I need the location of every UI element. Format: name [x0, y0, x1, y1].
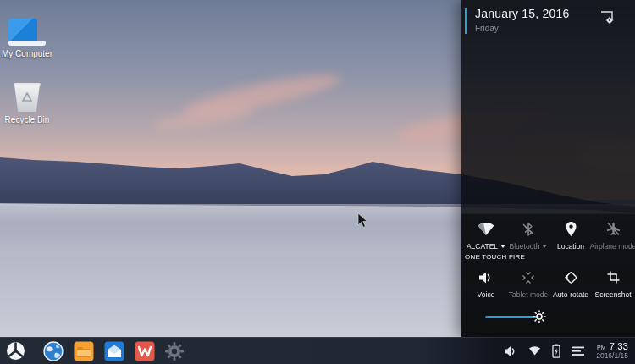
desktop-icon-my-computer[interactable]: My Computer — [0, 8, 54, 58]
taskbar-app-file-manager[interactable] — [74, 341, 94, 361]
brightness-track — [485, 316, 538, 318]
system-tray: PM 7:33 2016/1/15 — [504, 338, 635, 364]
speaker-icon — [465, 268, 507, 286]
tile-label: ALCATEL — [467, 242, 498, 251]
tile-voice[interactable]: Voice — [465, 268, 507, 299]
desktop-icon-label: My Computer — [2, 49, 52, 58]
tile-auto-rotate[interactable]: Auto-rotate — [549, 268, 592, 299]
tile-screenshot[interactable]: Screenshot — [592, 268, 634, 299]
mail-icon — [104, 341, 124, 361]
wifi-icon[interactable] — [528, 346, 541, 356]
taskbar-app-browser[interactable] — [43, 341, 64, 361]
display-settings-icon[interactable] — [599, 10, 615, 27]
mouse-cursor — [357, 212, 368, 229]
auto-rotate-icon — [549, 268, 592, 286]
panel-date: January 15, 2016 — [475, 7, 569, 20]
desktop-screen: My Computer Recycle Bin January 15, 2016… — [0, 0, 635, 364]
brightness-thumb-sun-icon[interactable] — [533, 310, 546, 327]
brightness-slider[interactable] — [485, 310, 561, 323]
recycle-symbol-icon — [20, 92, 34, 104]
airplane-off-icon — [592, 220, 634, 238]
wifi-icon — [465, 220, 507, 238]
menu-lines-icon[interactable] — [572, 346, 585, 356]
taskbar: PM 7:33 2016/1/15 — [0, 337, 635, 364]
location-pin-icon — [549, 220, 592, 238]
wps-w-icon — [135, 341, 155, 361]
globe-icon — [43, 341, 64, 361]
quick-settings-panel: ALCATEL ONE TOUCH FIRE Bluetooth — [461, 213, 635, 337]
panel-weekday: Friday — [475, 24, 499, 33]
bluetooth-off-icon — [507, 220, 549, 238]
tile-sublabel: ONE TOUCH FIRE — [465, 253, 507, 261]
taskbar-app-settings[interactable] — [164, 341, 185, 361]
tile-bluetooth[interactable]: Bluetooth — [507, 220, 549, 261]
clock-date: 2016/1/15 — [596, 352, 628, 361]
taskbar-app-mail[interactable] — [104, 341, 124, 361]
tile-label: Airplane mode — [590, 242, 635, 251]
computer-icon — [8, 8, 46, 46]
clock[interactable]: PM 7:33 2016/1/15 — [596, 341, 628, 361]
start-icon — [6, 341, 25, 361]
tile-label: Location — [557, 242, 584, 251]
desktop-icon-recycle-bin[interactable]: Recycle Bin — [0, 74, 54, 124]
tile-label: Voice — [478, 290, 495, 299]
tile-location[interactable]: Location — [549, 220, 592, 261]
tile-label: Bluetooth — [510, 242, 540, 251]
tile-tablet-mode[interactable]: Tablet mode — [507, 268, 549, 299]
tile-label: Screenshot — [595, 290, 632, 299]
gear-icon — [164, 341, 185, 361]
tile-wifi[interactable]: ALCATEL ONE TOUCH FIRE — [465, 220, 507, 261]
tile-label: Tablet mode — [509, 290, 548, 299]
tile-airplane-mode[interactable]: Airplane mode — [592, 220, 634, 261]
taskbar-app-wps-office[interactable] — [135, 341, 155, 361]
folder-icon — [74, 341, 94, 361]
start-button[interactable] — [6, 341, 25, 361]
battery-charging-icon[interactable] — [552, 344, 560, 358]
desktop-icon-label: Recycle Bin — [5, 115, 50, 124]
chevron-down-icon — [500, 245, 505, 248]
screenshot-crop-icon — [592, 268, 634, 286]
notification-panel: January 15, 2016 Friday — [461, 0, 635, 337]
chevron-down-icon — [542, 245, 547, 248]
date-accent-bar — [465, 8, 467, 34]
volume-icon[interactable] — [504, 345, 517, 357]
tile-label: Auto-rotate — [553, 290, 588, 299]
tablet-mode-icon — [507, 268, 549, 286]
clock-meridiem: PM — [597, 345, 606, 351]
recycle-bin-icon — [14, 74, 41, 112]
